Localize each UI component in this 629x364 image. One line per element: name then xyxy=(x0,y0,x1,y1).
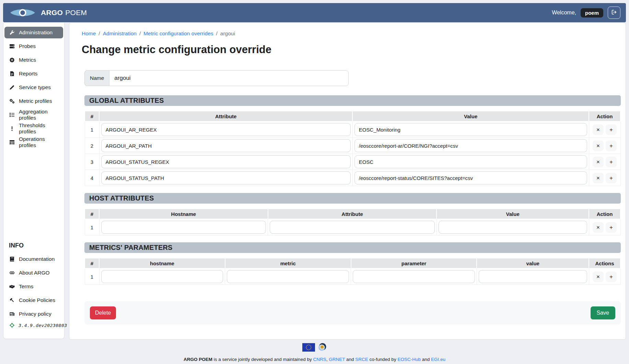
footer-link-cnrs[interactable]: CNRS xyxy=(313,357,326,362)
remove-row-button[interactable]: × xyxy=(593,141,604,151)
table-header-row: # hostname metric parameter value Action… xyxy=(85,258,620,268)
footer-link-srce[interactable]: SRCE xyxy=(355,357,368,362)
table-icon xyxy=(9,139,15,145)
parameter-input[interactable] xyxy=(353,270,475,283)
breadcrumb-link-home[interactable]: Home xyxy=(82,31,96,37)
breadcrumb-link-metric-config-overrides[interactable]: Metric configuration overrides xyxy=(143,31,213,37)
add-row-button[interactable]: + xyxy=(606,141,617,151)
metric-input[interactable] xyxy=(227,270,349,283)
footer-link-grnet[interactable]: GRNET xyxy=(329,357,345,362)
sidebar-item-thresholds-profiles[interactable]: Thresholds profiles xyxy=(4,123,63,134)
name-field-label: Name xyxy=(84,70,109,86)
attribute-input[interactable] xyxy=(101,171,351,184)
sidebar-item-cookie-policies[interactable]: Cookie Policies xyxy=(4,294,63,306)
save-button[interactable]: Save xyxy=(591,306,615,319)
remove-row-button[interactable]: × xyxy=(593,124,604,135)
sidebar-item-privacy-policy[interactable]: Privacy policy xyxy=(4,308,63,320)
logout-button[interactable] xyxy=(608,7,620,19)
column-header-num: # xyxy=(85,258,99,268)
sidebar-item-label: Privacy policy xyxy=(19,311,51,317)
sidebar-item-documentation[interactable]: Documentation xyxy=(4,253,63,265)
sidebar-item-service-types[interactable]: Service types xyxy=(4,82,63,93)
add-row-button[interactable]: + xyxy=(606,124,617,135)
sidebar-item-label: Documentation xyxy=(19,256,55,262)
delete-button[interactable]: Delete xyxy=(90,306,116,319)
newspaper-icon xyxy=(9,311,15,317)
global-attributes-table: # Attribute Value Action 1 xyxy=(84,111,621,186)
row-number: 2 xyxy=(85,138,99,154)
value-input[interactable] xyxy=(354,155,587,168)
gear-icon xyxy=(9,57,15,63)
global-attributes-header: GLOBAL ATTRIBUTES xyxy=(84,95,621,106)
attribute-input[interactable] xyxy=(101,139,351,152)
sidebar-item-metric-profiles[interactable]: Metric profiles xyxy=(4,95,63,107)
attribute-input[interactable] xyxy=(101,155,351,168)
table-row: 1 × + xyxy=(85,219,620,235)
sidebar-item-metrics[interactable]: Metrics xyxy=(4,54,63,66)
link-icon xyxy=(9,270,15,276)
host-attributes-table: # Hostname Attribute Value Action 1 xyxy=(84,208,621,235)
breadcrumb-separator: / xyxy=(139,31,141,37)
footer-link-egi[interactable]: EGI.eu xyxy=(431,357,445,362)
sidebar-item-label: Metrics xyxy=(19,57,36,63)
sidebar-item-terms[interactable]: Terms xyxy=(4,281,63,292)
add-row-button[interactable]: + xyxy=(606,222,617,233)
value-input[interactable] xyxy=(439,221,587,234)
sidebar-item-label: Reports xyxy=(19,71,37,77)
footer-logos xyxy=(3,342,626,353)
sidebar-item-label: Service types xyxy=(19,84,51,90)
column-header-attribute: Attribute xyxy=(99,111,352,121)
navbar-right: Welcome, poem xyxy=(552,7,620,19)
add-row-button[interactable]: + xyxy=(606,157,617,167)
row-number: 1 xyxy=(85,219,99,235)
table-row: 2 × + xyxy=(85,138,620,154)
brand-text: ARGOPOEM xyxy=(41,9,87,17)
sidebar-item-label: Administration xyxy=(19,29,53,36)
sidebar-item-aggregation-profiles[interactable]: Aggregation profiles xyxy=(4,109,63,121)
page: ARGOPOEM Welcome, poem xyxy=(0,0,629,362)
breadcrumb-separator: / xyxy=(98,31,100,37)
brand-poem: POEM xyxy=(65,9,87,16)
name-input[interactable] xyxy=(109,70,349,86)
sidebar-item-reports[interactable]: Reports xyxy=(4,68,63,80)
brand-argo: ARGO xyxy=(41,9,63,16)
exclamation-icon xyxy=(9,126,15,131)
add-row-button[interactable]: + xyxy=(606,271,617,282)
pen-icon xyxy=(9,85,15,90)
server-icon xyxy=(9,44,15,49)
handshake-icon xyxy=(9,284,15,289)
sidebar-item-about-argo[interactable]: About ARGO xyxy=(4,267,63,279)
hostname-input[interactable] xyxy=(101,270,223,283)
value-input[interactable] xyxy=(354,139,587,152)
remove-row-button[interactable]: × xyxy=(593,173,604,183)
remove-row-button[interactable]: × xyxy=(593,157,604,167)
page-footer: ARGO POEM is a service jointly developed… xyxy=(3,342,626,362)
row-number: 1 xyxy=(85,268,99,285)
sidebar-item-label: Aggregation profiles xyxy=(19,109,59,121)
top-navbar: ARGOPOEM Welcome, poem xyxy=(3,3,626,22)
value-input[interactable] xyxy=(354,123,587,136)
table-row: 3 × + xyxy=(85,154,620,170)
footer-link-eosc-hub[interactable]: EOSC-Hub xyxy=(397,357,421,362)
value-input[interactable] xyxy=(479,270,587,283)
sidebar-item-operations-profiles[interactable]: Operations profiles xyxy=(4,136,63,148)
column-header-parameter: parameter xyxy=(351,258,477,268)
sidebar-item-label: Probes xyxy=(19,43,36,49)
sidebar-item-probes[interactable]: Probes xyxy=(4,40,63,52)
column-header-num: # xyxy=(85,209,99,219)
breadcrumb-link-administration[interactable]: Administration xyxy=(103,31,137,37)
remove-row-button[interactable]: × xyxy=(593,222,604,233)
remove-row-button[interactable]: × xyxy=(593,271,604,282)
gavel-icon xyxy=(9,298,15,303)
attribute-input[interactable] xyxy=(270,221,435,234)
add-row-button[interactable]: + xyxy=(606,173,617,183)
sidebar: Administration Probes Metrics Reports xyxy=(3,23,65,339)
tasks-icon xyxy=(9,112,15,118)
username-badge: poem xyxy=(581,8,603,17)
attribute-input[interactable] xyxy=(101,123,351,136)
hostname-input[interactable] xyxy=(101,221,266,234)
sidebar-item-administration[interactable]: Administration xyxy=(4,27,63,38)
name-input-group: Name xyxy=(84,70,349,86)
value-input[interactable] xyxy=(354,171,587,184)
welcome-text: Welcome, xyxy=(552,10,576,16)
